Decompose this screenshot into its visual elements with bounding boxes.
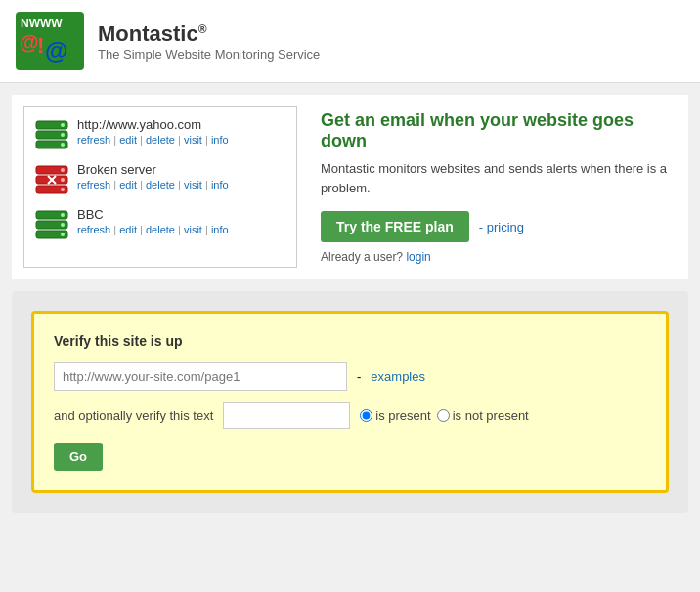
go-button[interactable]: Go xyxy=(54,443,103,471)
edit-link[interactable]: edit xyxy=(119,134,137,146)
delete-link[interactable]: delete xyxy=(146,134,175,146)
main-content: http://www.yahoo.com refresh | edit | de… xyxy=(12,95,688,279)
site-links: refresh | edit | delete | visit | info xyxy=(77,134,229,146)
header: NWWW @ @ ! Montastic® The Simple Website… xyxy=(0,0,700,83)
is-present-radio[interactable] xyxy=(360,409,372,422)
svg-text:NWWW: NWWW xyxy=(21,17,63,30)
dash-separator: - xyxy=(357,369,361,384)
text-verify-input[interactable] xyxy=(223,402,350,429)
refresh-link[interactable]: refresh xyxy=(77,179,110,190)
free-plan-button[interactable]: Try the FREE plan xyxy=(321,211,469,242)
site-links: refresh | edit | delete | visit | info xyxy=(77,179,229,190)
visit-link[interactable]: visit xyxy=(184,134,202,146)
svg-point-23 xyxy=(61,223,65,227)
site-subtitle: The Simple Website Monitoring Service xyxy=(98,47,320,62)
promo-description: Montastic monitors websites and sends al… xyxy=(321,159,669,197)
svg-text:!: ! xyxy=(37,33,44,58)
verify-section: Verify this site is up - examples and op… xyxy=(12,291,688,513)
info-link[interactable]: info xyxy=(211,224,229,235)
promo-heading: Get an email when your website goes down xyxy=(321,110,669,151)
server-icon-broken xyxy=(34,162,69,197)
svg-point-24 xyxy=(61,233,65,236)
cta-row: Try the FREE plan - pricing xyxy=(321,211,669,242)
site-info-broken: Broken server refresh | edit | delete | … xyxy=(77,162,229,191)
login-link[interactable]: login xyxy=(406,250,430,264)
examples-link[interactable]: examples xyxy=(371,369,425,384)
visit-link[interactable]: visit xyxy=(184,224,202,235)
logo: NWWW @ @ ! xyxy=(16,12,84,70)
site-info-bbc: BBC refresh | edit | delete | visit | in… xyxy=(77,207,229,236)
svg-point-8 xyxy=(61,123,65,127)
site-name: BBC xyxy=(77,207,229,222)
is-present-radio-label[interactable]: is present xyxy=(360,408,430,423)
text-verify-row: and optionally verify this text is prese… xyxy=(54,402,646,429)
visit-link[interactable]: visit xyxy=(184,179,202,190)
site-info-yahoo: http://www.yahoo.com refresh | edit | de… xyxy=(77,117,229,147)
svg-text:@: @ xyxy=(20,31,39,53)
list-item: http://www.yahoo.com refresh | edit | de… xyxy=(34,117,286,152)
refresh-link[interactable]: refresh xyxy=(77,224,110,235)
svg-point-16 xyxy=(61,188,65,191)
delete-link[interactable]: delete xyxy=(146,179,175,190)
already-user-text: Already a user? login xyxy=(321,250,669,264)
promo-area: Get an email when your website goes down… xyxy=(313,106,677,268)
url-input[interactable] xyxy=(54,362,347,391)
info-link[interactable]: info xyxy=(211,179,229,190)
radio-group: is present is not present xyxy=(360,408,528,423)
server-icon-normal xyxy=(34,207,69,242)
svg-point-9 xyxy=(61,133,65,137)
verify-heading: Verify this site is up xyxy=(54,333,646,349)
header-text: Montastic® The Simple Website Monitoring… xyxy=(98,21,320,62)
server-icon-normal xyxy=(34,117,69,152)
svg-text:@: @ xyxy=(45,37,67,63)
site-list: http://www.yahoo.com refresh | edit | de… xyxy=(23,106,297,268)
svg-point-10 xyxy=(61,143,65,147)
svg-point-15 xyxy=(61,178,65,182)
edit-link[interactable]: edit xyxy=(119,179,137,190)
url-row: - examples xyxy=(54,362,646,391)
site-title: Montastic® xyxy=(98,21,320,47)
info-link[interactable]: info xyxy=(211,134,229,146)
site-name: http://www.yahoo.com xyxy=(77,117,229,132)
verify-box: Verify this site is up - examples and op… xyxy=(31,311,669,493)
edit-link[interactable]: edit xyxy=(119,224,137,235)
text-verify-label: and optionally verify this text xyxy=(54,408,213,423)
delete-link[interactable]: delete xyxy=(146,224,175,235)
list-item: Broken server refresh | edit | delete | … xyxy=(34,162,286,197)
is-not-present-radio[interactable] xyxy=(437,409,450,422)
site-name: Broken server xyxy=(77,162,229,177)
refresh-link[interactable]: refresh xyxy=(77,134,110,146)
list-item: BBC refresh | edit | delete | visit | in… xyxy=(34,207,286,242)
svg-point-14 xyxy=(61,168,65,172)
svg-point-22 xyxy=(61,213,65,217)
is-not-present-radio-label[interactable]: is not present xyxy=(437,408,529,423)
pricing-link[interactable]: - pricing xyxy=(479,220,524,234)
site-links: refresh | edit | delete | visit | info xyxy=(77,224,229,235)
